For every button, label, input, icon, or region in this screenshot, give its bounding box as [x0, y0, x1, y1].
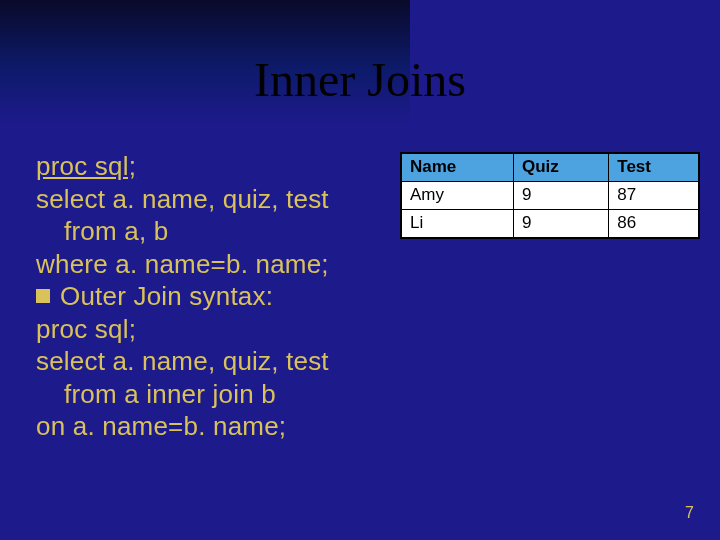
slide: Inner Joins proc sql; select a. name, qu…: [0, 0, 720, 540]
square-bullet-icon: [36, 289, 50, 303]
code-line: from a inner join b: [36, 378, 376, 411]
bullet-text: Outer Join syntax:: [60, 280, 273, 313]
result-table: Name Quiz Test Amy 9 87 Li 9 86: [400, 152, 700, 239]
bullet-line: Outer Join syntax:: [36, 280, 376, 313]
cell: Li: [402, 210, 514, 238]
cell: 86: [609, 210, 699, 238]
cell: Amy: [402, 182, 514, 210]
table-header-row: Name Quiz Test: [402, 154, 699, 182]
code-line: where a. name=b. name;: [36, 248, 376, 281]
body-text: proc sql; select a. name, quiz, test fro…: [36, 150, 376, 443]
col-header-quiz: Quiz: [514, 154, 609, 182]
code-line: proc sql;: [36, 313, 376, 346]
code-line: from a, b: [36, 215, 376, 248]
col-header-test: Test: [609, 154, 699, 182]
code-line: select a. name, quiz, test: [36, 183, 376, 216]
cell: 9: [514, 210, 609, 238]
table-row: Amy 9 87: [402, 182, 699, 210]
page-title: Inner Joins: [0, 52, 720, 107]
cell: 87: [609, 182, 699, 210]
table-row: Li 9 86: [402, 210, 699, 238]
code-line: select a. name, quiz, test: [36, 345, 376, 378]
col-header-name: Name: [402, 154, 514, 182]
page-number: 7: [685, 504, 694, 522]
code-line: on a. name=b. name;: [36, 410, 376, 443]
cell: 9: [514, 182, 609, 210]
code-line: proc sql;: [36, 150, 376, 183]
